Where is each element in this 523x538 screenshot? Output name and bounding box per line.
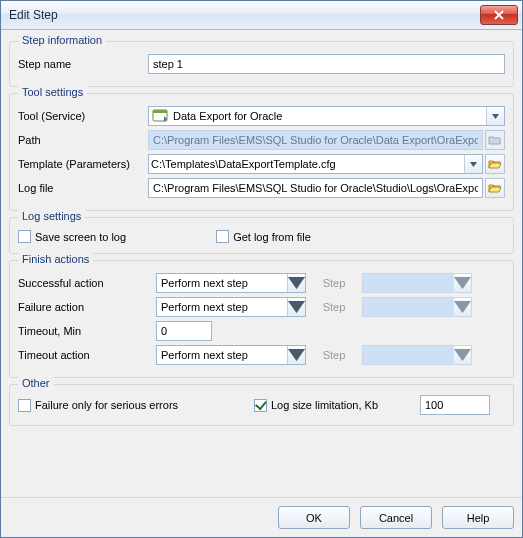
chevron-down-icon (288, 277, 305, 289)
template-label: Template (Parameters) (18, 158, 148, 170)
template-dropdown-button[interactable] (464, 155, 482, 173)
successful-action-dropdown-button[interactable] (287, 274, 305, 292)
failure-step-combobox[interactable] (362, 297, 472, 317)
timeout-step-dropdown-button[interactable] (454, 346, 471, 364)
svg-rect-1 (153, 110, 167, 113)
logfile-label: Log file (18, 182, 148, 194)
timeout-action-dropdown-button[interactable] (287, 346, 305, 364)
failure-only-checkbox[interactable] (18, 399, 31, 412)
chevron-down-icon (492, 114, 499, 119)
success-step-label: Step (314, 277, 354, 289)
template-combobox[interactable]: C:\Templates\DataExportTemplate.cfg (148, 154, 483, 174)
tool-label: Tool (Service) (18, 110, 148, 122)
chevron-down-icon (454, 277, 471, 289)
folder-open-icon (488, 181, 502, 195)
log-size-input[interactable] (420, 395, 490, 415)
tool-selected-text: Data Export for Oracle (171, 110, 486, 122)
timeout-action-text: Perform next step (157, 349, 287, 361)
template-text: C:\Templates\DataExportTemplate.cfg (149, 158, 464, 170)
group-step-information: Step information Step name (9, 41, 514, 87)
failure-step-label: Step (314, 301, 354, 313)
dialog-footer: OK Cancel Help (1, 497, 522, 537)
group-tool-settings: Tool settings Tool (Service) Data Export… (9, 93, 514, 211)
step-name-input[interactable] (148, 54, 505, 74)
ok-button[interactable]: OK (278, 506, 350, 529)
timeout-min-label: Timeout, Min (18, 325, 148, 337)
folder-icon (488, 133, 502, 147)
get-log-label: Get log from file (233, 231, 311, 243)
group-other: Other Failure only for serious errors Lo… (9, 384, 514, 426)
chevron-down-icon (288, 301, 305, 313)
success-step-combobox[interactable] (362, 273, 472, 293)
chevron-down-icon (470, 162, 477, 167)
legend-tool-settings: Tool settings (18, 86, 87, 98)
legend-step-information: Step information (18, 34, 106, 46)
legend-finish-actions: Finish actions (18, 253, 93, 265)
timeout-min-input[interactable] (156, 321, 212, 341)
successful-action-text: Perform next step (157, 277, 287, 289)
chevron-down-icon (288, 349, 305, 361)
template-browse-button[interactable] (485, 154, 505, 174)
log-size-checkbox[interactable] (254, 399, 267, 412)
chevron-down-icon (454, 301, 471, 313)
failure-action-text: Perform next step (157, 301, 287, 313)
save-screen-label: Save screen to log (35, 231, 126, 243)
logfile-browse-button[interactable] (485, 178, 505, 198)
tool-combobox[interactable]: Data Export for Oracle (148, 106, 505, 126)
success-step-dropdown-button[interactable] (454, 274, 471, 292)
step-name-label: Step name (18, 58, 148, 70)
successful-action-combobox[interactable]: Perform next step (156, 273, 306, 293)
timeout-action-label: Timeout action (18, 349, 148, 361)
close-button[interactable] (480, 5, 518, 25)
log-size-label: Log size limitation, Kb (271, 399, 378, 411)
failure-only-label: Failure only for serious errors (35, 399, 178, 411)
close-icon (494, 10, 504, 20)
timeout-step-combobox[interactable] (362, 345, 472, 365)
group-finish-actions: Finish actions Successful action Perform… (9, 260, 514, 378)
title-bar: Edit Step (1, 1, 522, 30)
chevron-down-icon (454, 349, 471, 361)
window-title: Edit Step (9, 8, 480, 22)
failure-action-combobox[interactable]: Perform next step (156, 297, 306, 317)
timeout-action-combobox[interactable]: Perform next step (156, 345, 306, 365)
failure-action-label: Failure action (18, 301, 148, 313)
legend-log-settings: Log settings (18, 210, 85, 222)
legend-other: Other (18, 377, 54, 389)
group-log-settings: Log settings Save screen to log Get log … (9, 217, 514, 254)
failure-step-dropdown-button[interactable] (454, 298, 471, 316)
failure-action-dropdown-button[interactable] (287, 298, 305, 316)
tool-app-icon (152, 108, 168, 124)
path-label: Path (18, 134, 148, 146)
help-button[interactable]: Help (442, 506, 514, 529)
tool-dropdown-button[interactable] (486, 107, 504, 125)
timeout-step-label: Step (314, 349, 354, 361)
save-screen-checkbox[interactable] (18, 230, 31, 243)
path-browse-button[interactable] (485, 130, 505, 150)
successful-action-label: Successful action (18, 277, 148, 289)
folder-open-icon (488, 157, 502, 171)
path-input (148, 130, 483, 150)
cancel-button[interactable]: Cancel (360, 506, 432, 529)
logfile-input[interactable] (148, 178, 483, 198)
get-log-checkbox[interactable] (216, 230, 229, 243)
